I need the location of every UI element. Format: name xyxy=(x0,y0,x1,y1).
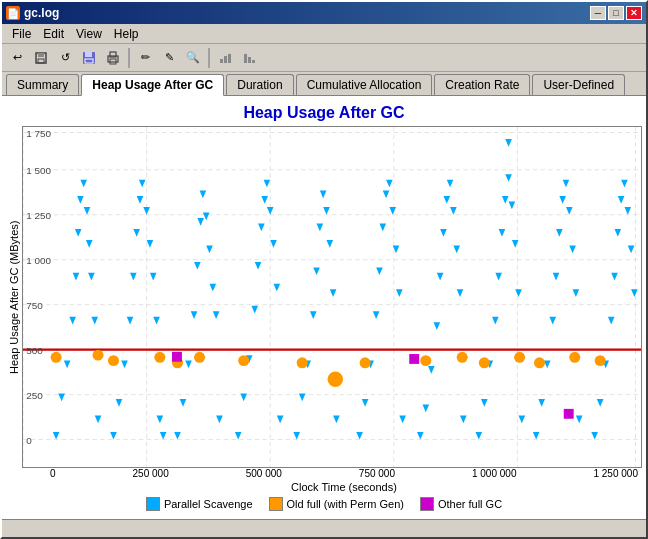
svg-marker-83 xyxy=(235,432,242,440)
svg-marker-102 xyxy=(320,191,327,199)
legend: Parallel Scavenge Old full (with Perm Ge… xyxy=(6,493,642,515)
svg-marker-46 xyxy=(84,207,91,215)
svg-marker-79 xyxy=(213,311,220,319)
svg-point-82 xyxy=(194,352,205,363)
svg-rect-12 xyxy=(244,54,247,63)
legend-item-other-full: Other full GC xyxy=(420,497,502,511)
main-window: 📄 gc.log ─ □ ✕ File Edit View Help ↩ ↺ ✏… xyxy=(0,0,648,539)
svg-marker-91 xyxy=(267,207,274,215)
tab-creation-rate[interactable]: Creation Rate xyxy=(434,74,530,95)
status-bar xyxy=(2,519,646,537)
tab-user-defined[interactable]: User-Defined xyxy=(532,74,625,95)
svg-marker-92 xyxy=(270,240,277,248)
bar1-button[interactable] xyxy=(214,47,236,69)
main-content: Heap Usage After GC Heap Usage After GC … xyxy=(2,96,646,519)
svg-marker-124 xyxy=(428,366,435,374)
svg-point-135 xyxy=(457,352,468,363)
svg-rect-13 xyxy=(248,57,251,63)
tab-heap-usage[interactable]: Heap Usage After GC xyxy=(81,74,224,96)
bar2-button[interactable] xyxy=(238,47,260,69)
svg-marker-131 xyxy=(453,245,460,253)
title-bar: 📄 gc.log ─ □ ✕ xyxy=(2,2,646,24)
svg-marker-141 xyxy=(499,229,506,237)
svg-marker-156 xyxy=(556,229,563,237)
svg-marker-152 xyxy=(538,399,545,407)
svg-marker-84 xyxy=(240,394,247,402)
svg-marker-172 xyxy=(621,180,628,188)
title-controls: ─ □ ✕ xyxy=(590,6,642,20)
svg-marker-170 xyxy=(615,229,622,237)
menu-edit[interactable]: Edit xyxy=(37,26,70,42)
svg-marker-175 xyxy=(631,289,638,297)
separator-2 xyxy=(208,48,210,68)
svg-marker-55 xyxy=(121,361,128,369)
refresh-button[interactable]: ↺ xyxy=(54,47,76,69)
svg-point-52 xyxy=(93,350,104,361)
svg-rect-10 xyxy=(224,56,227,63)
zoom-button[interactable]: 🔍 xyxy=(182,47,204,69)
toolbar: ↩ ↺ ✏ ✎ 🔍 xyxy=(2,44,646,72)
maximize-button[interactable]: □ xyxy=(608,6,624,20)
svg-marker-139 xyxy=(492,317,499,325)
svg-marker-73 xyxy=(194,262,201,270)
svg-marker-105 xyxy=(330,289,337,297)
chart-area: Heap Usage After GC (MBytes) xyxy=(6,126,642,493)
print-button[interactable] xyxy=(102,47,124,69)
svg-marker-123 xyxy=(422,404,429,412)
tab-cumulative[interactable]: Cumulative Allocation xyxy=(296,74,433,95)
svg-marker-50 xyxy=(95,415,102,423)
svg-point-134 xyxy=(420,355,431,366)
svg-marker-60 xyxy=(139,180,146,188)
back-button[interactable]: ↩ xyxy=(6,47,28,69)
legend-item-old-full: Old full (with Perm Gen) xyxy=(269,497,404,511)
svg-marker-155 xyxy=(553,273,560,281)
x-axis-label: Clock Time (seconds) xyxy=(291,479,397,493)
svg-marker-75 xyxy=(200,191,207,199)
svg-marker-66 xyxy=(160,432,167,440)
legend-label-other-full: Other full GC xyxy=(438,498,502,510)
svg-marker-115 xyxy=(383,191,390,199)
svg-marker-104 xyxy=(326,240,333,248)
svg-rect-4 xyxy=(85,52,92,57)
svg-marker-77 xyxy=(206,245,213,253)
x-tick-3: 750 000 xyxy=(359,468,395,479)
tab-summary[interactable]: Summary xyxy=(6,74,79,95)
svg-marker-96 xyxy=(293,432,300,440)
menu-help[interactable]: Help xyxy=(108,26,145,42)
svg-marker-100 xyxy=(313,267,320,275)
svg-marker-76 xyxy=(203,213,210,221)
save-button[interactable] xyxy=(78,47,100,69)
chart-svg: 0 250 500 750 1 000 1 250 1 500 1 750 xyxy=(23,127,641,467)
x-tick-0: 0 xyxy=(50,468,56,479)
chart-title: Heap Usage After GC xyxy=(6,100,642,126)
svg-marker-89 xyxy=(261,196,268,204)
svg-marker-120 xyxy=(399,415,406,423)
pen-button[interactable]: ✏ xyxy=(134,47,156,69)
close-button[interactable]: ✕ xyxy=(626,6,642,20)
svg-rect-11 xyxy=(228,54,231,63)
svg-marker-38 xyxy=(53,432,60,440)
svg-marker-54 xyxy=(116,399,123,407)
svg-rect-9 xyxy=(220,59,223,63)
tab-duration[interactable]: Duration xyxy=(226,74,293,95)
svg-point-68 xyxy=(154,352,165,363)
menu-view[interactable]: View xyxy=(70,26,108,42)
menu-file[interactable]: File xyxy=(6,26,37,42)
svg-marker-65 xyxy=(157,415,164,423)
svg-marker-137 xyxy=(481,399,488,407)
svg-point-107 xyxy=(297,357,308,368)
svg-text:1 250: 1 250 xyxy=(26,210,51,221)
svg-text:1 500: 1 500 xyxy=(26,165,51,176)
svg-text:0: 0 xyxy=(26,435,32,446)
pen2-button[interactable]: ✎ xyxy=(158,47,180,69)
minimize-button[interactable]: ─ xyxy=(590,6,606,20)
save-small-button[interactable] xyxy=(30,47,52,69)
svg-marker-49 xyxy=(91,317,98,325)
svg-marker-140 xyxy=(495,273,502,281)
svg-marker-61 xyxy=(143,207,150,215)
svg-marker-161 xyxy=(573,289,580,297)
svg-marker-63 xyxy=(150,273,157,281)
svg-marker-47 xyxy=(86,240,93,248)
svg-marker-88 xyxy=(258,224,265,232)
svg-marker-126 xyxy=(437,273,444,281)
